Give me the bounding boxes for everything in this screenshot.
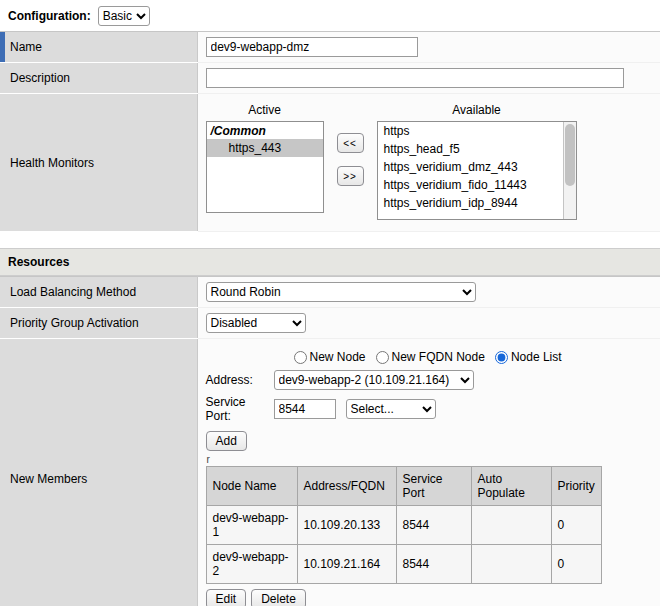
priority-group-activation-label: Priority Group Activation <box>10 316 139 330</box>
move-buttons: << >> <box>337 133 364 186</box>
configuration-bar: Configuration: Basic <box>0 0 660 31</box>
port-type-select[interactable]: Select... <box>346 399 436 419</box>
member-address: 10.109.21.164 <box>297 545 396 584</box>
member-node-name: dev9-webapp-1 <box>206 506 297 545</box>
new-members-row: New Members New Node New FQDN Node <box>0 339 660 606</box>
member-service-port: 8544 <box>396 545 471 584</box>
description-content-cell <box>197 63 660 94</box>
description-row: Description <box>0 63 660 94</box>
active-list-group: /Common <box>207 122 323 139</box>
available-items: https https_head_f5 https_veridium_dmz_4… <box>378 122 576 212</box>
node-list-radio-option[interactable]: Node List <box>495 350 562 364</box>
members-header-auto-populate: Auto Populate <box>471 467 551 506</box>
service-port-row: Service Port: Select... <box>206 395 653 423</box>
active-listbox[interactable]: /Common https_443 <box>206 121 324 213</box>
address-select[interactable]: dev9-webapp-2 (10.109.21.164) <box>274 370 474 390</box>
configuration-label: Configuration: <box>8 9 91 23</box>
new-members-panel: New Node New FQDN Node Node List Address… <box>206 344 653 606</box>
member-node-name: dev9-webapp-2 <box>206 545 297 584</box>
members-table-header-row: Node Name Address/FQDN Service Port Auto… <box>206 467 601 506</box>
node-list-radio-label: Node List <box>511 350 562 364</box>
load-balancing-method-select[interactable]: Round Robin <box>206 282 476 302</box>
stray-text: r <box>207 455 653 465</box>
table-row[interactable]: dev9-webapp-1 10.109.20.133 8544 0 <box>206 506 601 545</box>
health-monitors-dual-list: Active /Common https_443 << >> Available <box>206 99 653 226</box>
health-monitors-label: Health Monitors <box>10 156 94 170</box>
available-list-title: Available <box>452 101 500 121</box>
priority-group-label-cell: Priority Group Activation <box>0 308 197 339</box>
name-content-cell <box>197 32 660 63</box>
available-list-item[interactable]: https_veridium_idp_8944 <box>378 194 562 212</box>
basic-configuration-table: Name Description Health Monitors Active <box>0 31 660 232</box>
name-input[interactable] <box>206 37 418 57</box>
active-list-title: Active <box>248 101 281 121</box>
new-fqdn-node-radio-option[interactable]: New FQDN Node <box>376 350 485 364</box>
new-members-content-cell: New Node New FQDN Node Node List Address… <box>197 339 660 606</box>
address-label: Address: <box>206 373 270 387</box>
members-table: Node Name Address/FQDN Service Port Auto… <box>206 466 602 584</box>
move-left-button[interactable]: << <box>337 133 364 153</box>
member-auto-populate <box>471 506 551 545</box>
add-button[interactable]: Add <box>206 431 247 451</box>
health-monitors-content-cell: Active /Common https_443 << >> Available <box>197 94 660 232</box>
node-list-radio[interactable] <box>495 351 508 364</box>
description-label: Description <box>10 71 70 85</box>
members-header-service-port: Service Port <box>396 467 471 506</box>
available-scrollbar-thumb[interactable] <box>565 124 575 186</box>
name-label-cell: Name <box>0 32 197 63</box>
members-header-priority: Priority <box>551 467 601 506</box>
load-balancing-label-cell: Load Balancing Method <box>0 277 197 308</box>
new-node-radio-label: New Node <box>310 350 366 364</box>
load-balancing-row: Load Balancing Method Round Robin <box>0 277 660 308</box>
member-service-port: 8544 <box>396 506 471 545</box>
required-field-marker <box>0 32 5 62</box>
available-listbox[interactable]: https https_head_f5 https_veridium_dmz_4… <box>377 121 577 220</box>
member-priority: 0 <box>551 545 601 584</box>
members-header-address: Address/FQDN <box>297 467 396 506</box>
service-port-input[interactable] <box>274 399 336 419</box>
edit-button[interactable]: Edit <box>206 589 247 606</box>
pool-configuration-page: Configuration: Basic Name Description <box>0 0 660 606</box>
name-label: Name <box>10 40 42 54</box>
member-address: 10.109.20.133 <box>297 506 396 545</box>
new-node-radio-option[interactable]: New Node <box>294 350 366 364</box>
new-members-label-cell: New Members <box>0 339 197 606</box>
description-input[interactable] <box>206 68 624 88</box>
service-port-label: Service Port: <box>206 395 270 423</box>
load-balancing-content-cell: Round Robin <box>197 277 660 308</box>
priority-group-content-cell: Disabled <box>197 308 660 339</box>
available-column: Available https https_head_f5 https_veri… <box>377 101 577 220</box>
new-members-label: New Members <box>10 472 87 486</box>
table-row[interactable]: dev9-webapp-2 10.109.21.164 8544 0 <box>206 545 601 584</box>
load-balancing-method-label: Load Balancing Method <box>10 285 136 299</box>
members-header-node-name: Node Name <box>206 467 297 506</box>
new-fqdn-node-radio-label: New FQDN Node <box>392 350 485 364</box>
members-actions: Edit Delete <box>206 589 653 606</box>
health-monitors-row: Health Monitors Active /Common https_443… <box>0 94 660 232</box>
member-type-radios: New Node New FQDN Node Node List <box>294 350 653 364</box>
priority-group-activation-select[interactable]: Disabled <box>206 313 306 333</box>
move-right-button[interactable]: >> <box>337 166 364 186</box>
available-list-item[interactable]: https_head_f5 <box>378 140 562 158</box>
available-list-item[interactable]: https_veridium_dmz_443 <box>378 158 562 176</box>
delete-button[interactable]: Delete <box>251 589 306 606</box>
description-label-cell: Description <box>0 63 197 94</box>
resources-table: Load Balancing Method Round Robin Priori… <box>0 276 660 606</box>
available-list-item[interactable]: https <box>378 122 562 140</box>
available-scrollbar[interactable] <box>563 122 576 219</box>
health-monitors-label-cell: Health Monitors <box>0 94 197 232</box>
priority-group-row: Priority Group Activation Disabled <box>0 308 660 339</box>
member-auto-populate <box>471 545 551 584</box>
member-priority: 0 <box>551 506 601 545</box>
active-column: Active /Common https_443 <box>206 101 324 213</box>
new-fqdn-node-radio[interactable] <box>376 351 389 364</box>
available-list-item[interactable]: https_veridium_fido_11443 <box>378 176 562 194</box>
new-node-radio[interactable] <box>294 351 307 364</box>
address-row: Address: dev9-webapp-2 (10.109.21.164) <box>206 370 653 390</box>
configuration-select[interactable]: Basic <box>98 6 150 26</box>
name-row: Name <box>0 32 660 63</box>
resources-section-header: Resources <box>0 248 660 276</box>
active-list-item[interactable]: https_443 <box>207 139 323 157</box>
